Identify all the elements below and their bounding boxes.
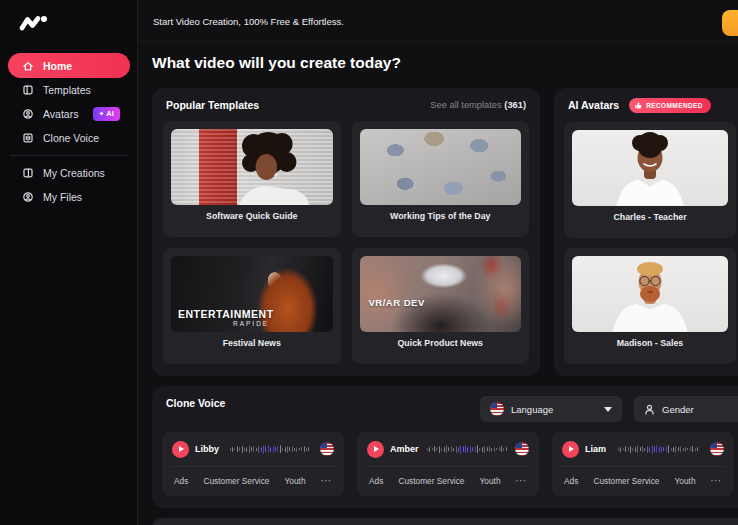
madison-avatar-illustration xyxy=(572,256,728,332)
thumbnail-overlay-text: ENTERTAINMENT xyxy=(178,308,274,320)
see-all-label: See all templates xyxy=(430,100,501,110)
voice-card-amber: Amber Ads Customer Service Youth ··· xyxy=(357,432,539,496)
sidebar-item-my-creations[interactable]: My Creations xyxy=(8,160,130,185)
voice-name: Amber xyxy=(390,444,419,454)
voice-tag[interactable]: Youth xyxy=(285,476,306,486)
play-button[interactable] xyxy=(172,441,189,458)
voice-tag[interactable]: Ads xyxy=(174,476,188,486)
app-logo[interactable] xyxy=(17,12,49,34)
avatar-thumbnail xyxy=(572,256,728,332)
avatar-card-charles[interactable]: Charles - Teacher xyxy=(564,122,736,238)
sidebar: Home Templates Avatars ✦AI Clone Voice xyxy=(0,0,138,525)
avatar-card-madison[interactable]: Madison - Sales xyxy=(564,248,736,364)
play-button[interactable] xyxy=(367,441,384,458)
logo-wave-icon xyxy=(17,20,49,37)
creations-icon xyxy=(22,167,34,179)
avatar-person-icon xyxy=(22,108,34,120)
gender-dropdown[interactable]: Gender xyxy=(634,396,738,422)
template-card-working-tips[interactable]: Working Tips of the Day xyxy=(352,121,530,237)
more-tags-button[interactable]: ··· xyxy=(711,476,722,486)
avatar-card-label: Charles - Teacher xyxy=(568,212,732,222)
voice-card-top-row: Libby xyxy=(162,432,344,466)
voice-tag[interactable]: Customer Service xyxy=(593,476,659,486)
template-thumbnail: ENTERTAINMENT RAPIDE xyxy=(171,256,333,332)
voice-waveform[interactable] xyxy=(225,442,314,456)
sidebar-item-label: Templates xyxy=(43,84,91,96)
clone-voice-title: Clone Voice xyxy=(166,397,225,409)
voice-tag[interactable]: Youth xyxy=(675,476,696,486)
sidebar-item-label: My Files xyxy=(43,191,82,203)
voice-tag[interactable]: Customer Service xyxy=(203,476,269,486)
sidebar-item-home[interactable]: Home xyxy=(8,53,130,78)
template-thumbnail xyxy=(171,129,333,205)
template-card-label: Software Quick Guide xyxy=(167,211,337,221)
gender-dropdown-label: Gender xyxy=(662,404,694,415)
voice-tag[interactable]: Ads xyxy=(369,476,383,486)
sidebar-item-my-files[interactable]: My Files xyxy=(8,184,130,209)
recommended-badge: RECOMMENDED xyxy=(629,98,711,113)
sidebar-item-label: Home xyxy=(43,60,72,72)
template-card-quick-product-news[interactable]: VR/AR DEV Quick Product News xyxy=(352,248,530,364)
more-tags-button[interactable]: ··· xyxy=(321,476,332,486)
ai-avatars-header: AI Avatars RECOMMENDED xyxy=(554,88,738,122)
voice-waveform[interactable] xyxy=(612,442,704,456)
template-card-label: Quick Product News xyxy=(356,338,526,348)
voice-card-libby: Libby Ads Customer Service Youth ··· xyxy=(162,432,344,496)
files-person-icon xyxy=(22,191,34,203)
sidebar-divider xyxy=(10,155,128,156)
template-card-software-quick-guide[interactable]: Software Quick Guide xyxy=(163,121,341,237)
popular-templates-panel: Popular Templates See all templates (361… xyxy=(152,88,540,376)
ai-avatars-panel: AI Avatars RECOMMENDED Charles - Te xyxy=(554,88,738,376)
template-card-label: Working Tips of the Day xyxy=(356,211,526,221)
us-flag-icon xyxy=(710,442,724,456)
topbar: Start Video Creation, 100% Free & Effort… xyxy=(139,0,738,42)
template-thumbnail xyxy=(360,129,522,205)
voice-tags: Ads Customer Service Youth ··· xyxy=(552,467,734,495)
thumbnail-overlay-subtext: RAPIDE xyxy=(233,320,269,327)
template-card-festival-news[interactable]: ENTERTAINMENT RAPIDE Festival News xyxy=(163,248,341,364)
templates-grid: Software Quick Guide Working Tips of the… xyxy=(163,121,529,364)
cta-button[interactable] xyxy=(722,10,738,36)
sidebar-item-label: Avatars xyxy=(43,108,78,120)
voice-tag[interactable]: Youth xyxy=(480,476,501,486)
equalizer-icon xyxy=(22,132,34,144)
chevron-down-icon xyxy=(604,407,612,412)
clone-voice-panel: Clone Voice Language Gender Libby Ads Cu… xyxy=(152,386,738,508)
sparkle-icon: ✦ xyxy=(98,110,104,117)
sidebar-item-clone-voice[interactable]: Clone Voice xyxy=(8,125,130,150)
language-dropdown[interactable]: Language xyxy=(480,396,622,422)
more-tags-button[interactable]: ··· xyxy=(516,476,527,486)
play-icon xyxy=(569,446,574,452)
popular-templates-header: Popular Templates See all templates (361… xyxy=(152,88,540,122)
sidebar-item-avatars[interactable]: Avatars ✦AI xyxy=(8,101,130,126)
voice-card-top-row: Amber xyxy=(357,432,539,466)
template-card-label: Festival News xyxy=(167,338,337,348)
person-icon xyxy=(644,404,655,415)
charles-avatar-illustration xyxy=(572,130,728,206)
templates-icon xyxy=(22,84,34,96)
woman-portrait-illustration xyxy=(171,129,333,205)
app-window: Home Templates Avatars ✦AI Clone Voice xyxy=(0,0,738,525)
ai-badge-label: AI xyxy=(106,109,114,118)
see-all-count: (361) xyxy=(504,100,526,110)
sidebar-item-label: My Creations xyxy=(43,167,105,179)
sidebar-item-templates[interactable]: Templates xyxy=(8,77,130,102)
recommended-badge-label: RECOMMENDED xyxy=(646,102,703,109)
home-icon xyxy=(22,60,34,72)
play-button[interactable] xyxy=(562,441,579,458)
play-icon xyxy=(374,446,379,452)
language-dropdown-label: Language xyxy=(511,404,553,415)
page-title: What video will you create today? xyxy=(152,54,401,72)
topbar-tagline: Start Video Creation, 100% Free & Effort… xyxy=(153,16,344,27)
see-all-templates-link[interactable]: See all templates (361) xyxy=(430,100,526,110)
ai-avatars-title: AI Avatars xyxy=(568,99,619,111)
play-icon xyxy=(179,446,184,452)
thumbnail-overlay-text: VR/AR DEV xyxy=(369,297,425,308)
voice-name: Liam xyxy=(585,444,606,454)
voice-tag[interactable]: Ads xyxy=(564,476,578,486)
voice-waveform[interactable] xyxy=(425,442,509,456)
voice-tag[interactable]: Customer Service xyxy=(398,476,464,486)
thumbs-up-icon xyxy=(634,101,643,110)
next-section-edge xyxy=(152,518,738,525)
voice-tags: Ads Customer Service Youth ··· xyxy=(357,467,539,495)
